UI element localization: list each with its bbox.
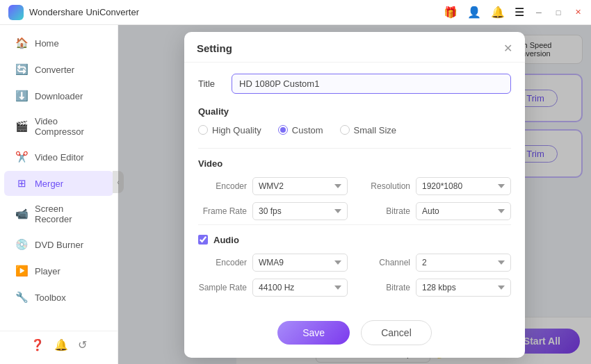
video-encoder-select[interactable]: WMV2 WMV1 H.264 [252, 177, 348, 195]
downloader-icon: ⬇️ [15, 90, 28, 102]
title-input[interactable] [232, 74, 511, 94]
main-layout: 🏠 Home 🔄 Converter ⬇️ Downloader 🎬 Video… [0, 25, 591, 364]
video-resolution-row: Resolution 1920*1080 1280*720 [362, 177, 511, 195]
video-resolution-select[interactable]: 1920*1080 1280*720 [416, 177, 511, 195]
save-button[interactable]: Save [277, 321, 350, 345]
modal-overlay: Setting ✕ Title Quality High [118, 25, 591, 364]
merger-icon: ⊞ [15, 177, 28, 190]
audio-channel-select[interactable]: 2 1 6 [416, 254, 511, 272]
radio-high [198, 125, 208, 135]
audio-encoder-label: Encoder [198, 258, 247, 267]
help-icon[interactable]: ❓ [31, 338, 44, 351]
notification-icon[interactable]: 🔔 [54, 338, 68, 351]
sidebar-label-compressor: Video Compressor [35, 116, 102, 137]
video-section-header: Video [198, 158, 511, 169]
converter-icon: 🔄 [15, 63, 28, 76]
sidebar-label-downloader: Downloader [35, 91, 83, 101]
setting-modal: Setting ✕ Title Quality High [184, 32, 525, 358]
audio-encoder-select[interactable]: WMA9 WMA AAC [252, 254, 348, 272]
audio-channel-label: Channel [362, 258, 410, 267]
sidebar-bottom: ❓ 🔔 ↺ [0, 331, 118, 358]
sidebar-item-home[interactable]: 🏠 Home [4, 31, 113, 56]
sidebar-item-merger[interactable]: ⊞ Merger [4, 171, 113, 196]
title-field-label: Title [198, 78, 223, 89]
sidebar-label-converter: Converter [35, 65, 74, 75]
maximize-button[interactable]: □ [553, 8, 563, 17]
divider-1 [198, 148, 511, 149]
gift-icon[interactable]: 🎁 [444, 6, 458, 19]
audio-channel-row: Channel 2 1 6 [362, 254, 511, 272]
quality-option-high[interactable]: High Quality [198, 125, 261, 135]
audio-enable-checkbox[interactable] [198, 235, 208, 245]
quality-option-custom[interactable]: Custom [278, 125, 323, 135]
app-title: Wondershare UniConverter [29, 7, 139, 17]
quality-option-small[interactable]: Small Size [340, 125, 396, 135]
sidebar-label-merger: Merger [35, 179, 63, 189]
content-area: ⚡ High Speed Conversion Trim Trim Output… [118, 25, 591, 364]
audio-samplerate-select[interactable]: 44100 Hz 22050 Hz [252, 279, 348, 297]
quality-custom-label: Custom [292, 125, 323, 135]
sidebar-item-downloader[interactable]: ⬇️ Downloader [4, 83, 113, 108]
sidebar-item-video-editor[interactable]: ✂️ Video Editor [4, 144, 113, 169]
radio-small [340, 125, 350, 135]
sidebar-label-recorder: Screen Recorder [35, 204, 102, 224]
minimize-button[interactable]: ─ [534, 8, 544, 17]
menu-icon[interactable]: ☰ [515, 6, 524, 19]
sidebar-label-editor: Video Editor [35, 152, 84, 163]
audio-fields-grid: Encoder WMA9 WMA AAC Channel 2 1 [198, 254, 511, 297]
bell-icon[interactable]: 🔔 [491, 6, 505, 19]
title-field-row: Title [198, 74, 511, 94]
video-bitrate-label: Bitrate [362, 206, 410, 216]
sidebar-item-converter[interactable]: 🔄 Converter [4, 57, 113, 82]
quality-high-label: High Quality [212, 125, 261, 135]
sidebar-item-toolbox[interactable]: 🔧 Toolbox [4, 285, 113, 310]
sidebar-label-home: Home [35, 38, 59, 49]
title-bar: Wondershare UniConverter 🎁 👤 🔔 ☰ ─ □ ✕ [0, 0, 591, 25]
title-bar-left: Wondershare UniConverter [8, 5, 139, 20]
radio-custom [278, 125, 288, 135]
video-framerate-row: Frame Rate 30 fps 25 fps [198, 202, 348, 220]
app-logo [8, 5, 24, 20]
close-button[interactable]: ✕ [573, 8, 583, 17]
sidebar: 🏠 Home 🔄 Converter ⬇️ Downloader 🎬 Video… [0, 25, 118, 364]
quality-small-label: Small Size [354, 125, 396, 135]
quality-section-title: Quality [198, 106, 511, 117]
audio-samplerate-row: Sample Rate 44100 Hz 22050 Hz [198, 279, 348, 297]
video-bitrate-select[interactable]: Auto 1000k [416, 202, 511, 220]
audio-bitrate-label: Bitrate [362, 283, 410, 292]
sidebar-item-screen-recorder[interactable]: 📹 Screen Recorder [4, 197, 113, 231]
video-bitrate-row: Bitrate Auto 1000k [362, 202, 511, 220]
audio-bitrate-select[interactable]: 128 kbps 64 kbps 192 kbps [416, 279, 511, 297]
dvd-icon: 💿 [15, 238, 28, 251]
video-framerate-label: Frame Rate [198, 206, 247, 216]
compressor-icon: 🎬 [15, 120, 28, 133]
sidebar-label-dvd: DVD Burner [35, 240, 83, 250]
modal-header: Setting ✕ [184, 32, 525, 63]
audio-label: Audio [213, 235, 239, 245]
audio-bitrate-row: Bitrate 128 kbps 64 kbps 192 kbps [362, 279, 511, 297]
video-framerate-select[interactable]: 30 fps 25 fps [252, 202, 348, 220]
modal-footer: Save Cancel [184, 315, 525, 358]
home-icon: 🏠 [15, 37, 28, 49]
audio-section-header: Audio [198, 235, 511, 245]
user-icon[interactable]: 👤 [467, 6, 481, 19]
sidebar-item-player[interactable]: ▶️ Player [4, 258, 113, 283]
title-bar-controls: 🎁 👤 🔔 ☰ ─ □ ✕ [444, 6, 583, 19]
video-resolution-label: Resolution [362, 181, 410, 191]
audio-encoder-row: Encoder WMA9 WMA AAC [198, 254, 348, 272]
divider-2 [198, 224, 511, 225]
cancel-button[interactable]: Cancel [361, 320, 432, 345]
sidebar-item-dvd-burner[interactable]: 💿 DVD Burner [4, 232, 113, 257]
quality-options-row: High Quality Custom Small Size [198, 125, 511, 135]
toolbox-icon: 🔧 [15, 291, 28, 304]
video-fields-grid: Encoder WMV2 WMV1 H.264 Resolution 1920*… [198, 177, 511, 220]
sidebar-item-video-compressor[interactable]: 🎬 Video Compressor [4, 110, 113, 143]
modal-close-button[interactable]: ✕ [503, 42, 512, 55]
editor-icon: ✂️ [15, 151, 28, 163]
audio-samplerate-label: Sample Rate [198, 283, 247, 292]
refresh-icon[interactable]: ↺ [78, 338, 87, 351]
video-encoder-row: Encoder WMV2 WMV1 H.264 [198, 177, 348, 195]
sidebar-label-player: Player [35, 266, 60, 276]
player-icon: ▶️ [15, 265, 28, 277]
recorder-icon: 📹 [15, 208, 28, 220]
